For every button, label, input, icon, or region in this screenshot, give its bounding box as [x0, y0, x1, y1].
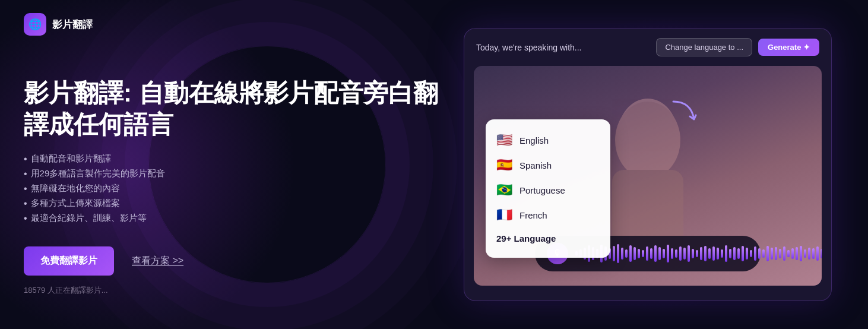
free-translate-button[interactable]: 免費翻譯影片: [24, 246, 114, 276]
language-option[interactable]: 🇺🇸English: [486, 128, 610, 153]
wave-bar: [700, 247, 702, 260]
wave-bar: [692, 249, 694, 258]
wave-bar: [775, 247, 777, 260]
right-panel: Today, we're speaking with... Change lan…: [439, 0, 844, 329]
language-dropdown[interactable]: 🇺🇸English🇪🇸Spanish🇧🇷Portuguese🇫🇷French29…: [486, 119, 610, 258]
wave-bar: [729, 249, 731, 258]
wave-bar: [629, 245, 632, 262]
wave-bar: [779, 249, 781, 258]
language-name: French: [519, 210, 547, 220]
wave-bar: [737, 248, 740, 259]
language-option[interactable]: 🇫🇷French: [486, 203, 610, 227]
feature-item: 多種方式上傳來源檔案: [24, 198, 439, 209]
language-flag: 🇫🇷: [496, 208, 512, 222]
wave-bar: [696, 250, 698, 257]
wave-bar: [800, 246, 802, 261]
wave-bar: [679, 246, 682, 261]
wave-bar: [754, 246, 756, 261]
language-flag: 🇪🇸: [496, 159, 512, 172]
features-list: 自動配音和影片翻譯用29多種語言製作完美的影片配音無障礙在地化您的內容多種方式上…: [24, 153, 439, 227]
wave-bar: [717, 248, 719, 260]
wave-bar: [758, 248, 761, 259]
hero-title: 影片翻譯: 自動在線將影片配音旁白翻譯成任何語言: [24, 78, 439, 140]
feature-item: 自動配音和影片翻譯: [24, 153, 439, 164]
feature-item: 用29多種語言製作完美的影片配音: [24, 168, 439, 179]
language-count: 29+ Language: [486, 227, 610, 249]
wave-bar: [787, 250, 790, 257]
wave-bar: [783, 246, 785, 261]
wave-bar: [658, 247, 661, 260]
wave-bar: [725, 245, 727, 262]
wave-bar: [796, 247, 798, 260]
wave-bar: [646, 246, 648, 261]
wave-bar: [654, 245, 657, 262]
video-area: Hoy estamos hablando con... 🇺🇸English🇪🇸S…: [474, 66, 822, 286]
wave-bar: [617, 244, 619, 263]
language-name: English: [519, 135, 549, 145]
wave-bar: [821, 249, 822, 258]
wave-bar: [812, 248, 815, 259]
top-controls: Change language to ... Generate ✦: [656, 38, 819, 56]
wave-bar: [633, 247, 636, 260]
language-name: Portuguese: [519, 185, 565, 195]
feature-item: 無障礙在地化您的內容: [24, 183, 439, 194]
arrow-icon: [667, 99, 703, 137]
wave-bar: [625, 249, 628, 258]
wave-bar: [791, 248, 794, 259]
language-option[interactable]: 🇧🇷Portuguese: [486, 178, 610, 203]
language-option[interactable]: 🇪🇸Spanish: [486, 153, 610, 178]
left-panel: 影片翻譯: 自動在線將影片配音旁白翻譯成任何語言 自動配音和影片翻譯用29多種語…: [24, 0, 439, 329]
wave-bar: [733, 247, 736, 260]
wave-bar: [712, 246, 715, 261]
wave-bar: [650, 248, 652, 259]
card-top-bar: Today, we're speaking with... Change lan…: [464, 29, 831, 66]
wave-bar: [667, 245, 669, 262]
feature-item: 最適合紀錄片、訓練、影片等: [24, 213, 439, 224]
user-count: 18579 人正在翻譯影片...: [24, 285, 439, 296]
wave-bar: [808, 248, 810, 260]
language-name: Spanish: [519, 160, 552, 170]
wave-bar: [675, 249, 677, 258]
wave-bar: [671, 248, 673, 259]
waveform-visual: [575, 245, 822, 262]
wave-bar: [750, 250, 752, 257]
view-plans-button[interactable]: 查看方案 >>: [132, 255, 183, 267]
wave-bar: [704, 246, 707, 261]
wave-bar: [621, 248, 623, 260]
wave-bar: [762, 249, 765, 258]
wave-bar: [816, 246, 819, 261]
generate-button[interactable]: Generate ✦: [758, 39, 819, 56]
wave-bar: [721, 249, 723, 258]
language-flag: 🇧🇷: [496, 184, 512, 197]
wave-bar: [766, 246, 769, 261]
wave-bar: [663, 249, 665, 258]
wave-bar: [683, 248, 686, 260]
wave-bar: [771, 248, 773, 260]
wave-bar: [708, 248, 711, 259]
wave-bar: [638, 249, 640, 258]
wave-bar: [804, 249, 806, 258]
wave-bar: [688, 245, 690, 262]
cta-area: 免費翻譯影片 查看方案 >>: [24, 246, 439, 276]
speaking-label: Today, we're speaking with...: [476, 43, 582, 52]
wave-bar: [742, 246, 744, 261]
wave-bar: [613, 246, 615, 261]
language-flag: 🇺🇸: [496, 134, 512, 147]
change-language-button[interactable]: Change language to ...: [656, 38, 752, 56]
wave-bar: [746, 248, 748, 260]
demo-card: Today, we're speaking with... Change lan…: [464, 28, 832, 301]
wave-bar: [642, 250, 644, 257]
